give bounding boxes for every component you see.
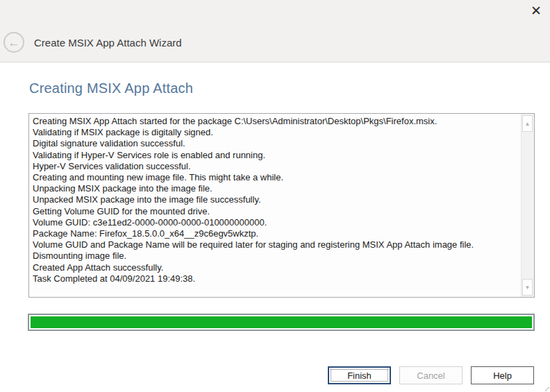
log-scrollbar[interactable]: ▲ ▼ (521, 114, 534, 297)
log-line: Unpacking MSIX package into the image fi… (33, 183, 519, 194)
log-line: Validating if MSIX package is digitally … (33, 127, 519, 138)
log-lines: Creating MSIX App Attach started for the… (33, 116, 519, 296)
log-line: Created App Attach successfully. (33, 262, 519, 273)
back-button[interactable]: ← (3, 32, 24, 53)
log-line: Volume GUID and Package Name will be req… (33, 239, 519, 250)
log-line: Volume GUID: c3e11ed2-0000-0000-0000-010… (33, 217, 519, 228)
log-line: Unpacked MSIX package into the image fil… (33, 194, 519, 205)
help-button[interactable]: Help (471, 366, 534, 384)
scroll-up-button[interactable]: ▲ (522, 115, 533, 132)
close-icon[interactable]: ✕ (525, 1, 547, 21)
wizard-header: ✕ ← Create MSIX App Attach Wizard (0, 0, 550, 62)
log-line: Hyper-V Services validation successful. (33, 161, 519, 172)
wizard-title: Create MSIX App Attach Wizard (34, 37, 182, 49)
finish-button[interactable]: Finish (328, 366, 391, 384)
log-line: Validating if Hyper-V Services role is e… (33, 150, 519, 161)
log-line: Package Name: Firefox_18.5.0.0_x64__z9c6… (33, 228, 519, 239)
log-line: Digital signature validation successful. (33, 138, 519, 149)
log-line: Getting Volume GUID for the mounted driv… (33, 206, 519, 217)
page-title: Creating MSIX App Attach (29, 80, 193, 96)
log-line: Task Completed at 04/09/2021 19:49:38. (33, 273, 519, 284)
progress-fill (31, 316, 532, 328)
scroll-down-button[interactable]: ▼ (522, 279, 533, 296)
log-output-box: Creating MSIX App Attach started for the… (28, 113, 535, 298)
resize-grip (541, 383, 550, 392)
log-line: Creating and mounting new image file. Th… (33, 172, 519, 183)
log-line: Creating MSIX App Attach started for the… (33, 116, 519, 127)
back-arrow-icon: ← (5, 33, 23, 53)
wizard-window: ✕ ← Create MSIX App Attach Wizard Creati… (0, 0, 550, 392)
log-line: Dismounting image file. (33, 250, 519, 262)
cancel-button[interactable]: Cancel (399, 366, 462, 384)
progress-bar (28, 314, 535, 331)
